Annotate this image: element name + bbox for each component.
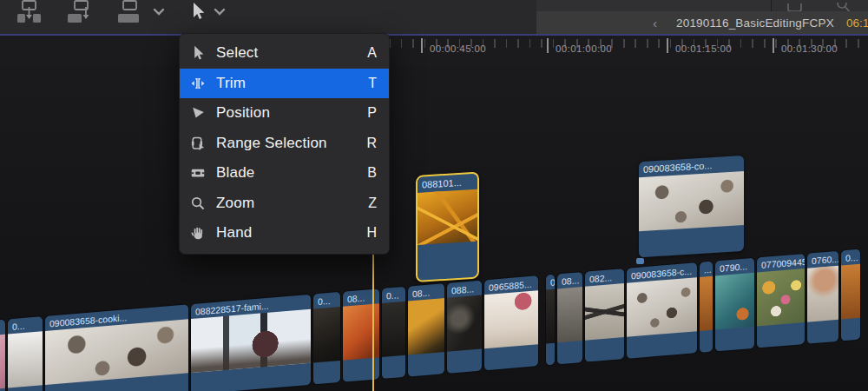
clip-audio-area (382, 355, 405, 379)
clip-audio-area (627, 331, 697, 359)
menu-item-label: Blade (216, 164, 367, 182)
clip-088[interactable]: 088... (447, 281, 482, 374)
clip-audio-area (585, 337, 624, 362)
clip-088228517-fami[interactable]: 088228517-fami... (191, 295, 311, 391)
clip-clip[interactable] (0, 320, 5, 391)
clip-name-label: 0... (841, 249, 860, 266)
clip-082[interactable]: 082... (585, 268, 624, 362)
clip-090083658-co[interactable]: 090083658-co... (639, 156, 744, 257)
clip-0[interactable]: 0... (313, 292, 340, 385)
clip-08[interactable]: 08... (408, 283, 444, 376)
insert-clip-icon[interactable] (64, 0, 99, 27)
menu-item-label: Hand (216, 224, 366, 242)
tool-arrow-icon[interactable] (187, 0, 207, 27)
clip-0[interactable]: 0... (382, 287, 405, 379)
edit-toolbar (0, 0, 536, 34)
clip-thumbnail (639, 171, 744, 231)
ruler-timecode-label: 00:01:15:00 (675, 43, 732, 54)
clip-audio-area (447, 349, 482, 374)
append-options-chevron-icon[interactable] (153, 0, 165, 27)
clip-audio-area (484, 344, 538, 370)
ruler-major-tick (667, 38, 668, 53)
append-clip-icon[interactable] (115, 0, 149, 27)
menu-item-hand[interactable]: HandH (180, 218, 389, 249)
clip-audio-area (557, 341, 582, 364)
select-cursor-icon (188, 44, 207, 62)
menu-item-label: Range Selection (216, 135, 366, 152)
clip-thumbnail (382, 302, 405, 357)
project-title: 20190116_BasicEditingFCPX (676, 17, 834, 30)
upper-toolbar-strip (536, 0, 868, 11)
clip-audio-area (546, 343, 555, 366)
clip-audio-area (639, 225, 744, 257)
fcpx-timeline-window: 0...090083658-cooki...088228517-fami...0… (0, 0, 868, 391)
project-back-chevron-icon[interactable]: ‹ (653, 16, 657, 30)
ruler-timecode-label: 00:01:00:00 (556, 43, 612, 54)
clip-0[interactable]: 0... (546, 275, 555, 366)
clip-audio-area (807, 320, 838, 344)
clip-08[interactable]: 08... (557, 272, 582, 364)
clip-0770094451[interactable]: 0770094451... (757, 254, 805, 348)
clip-audio-area (313, 361, 340, 385)
menu-item-label: Trim (216, 75, 368, 92)
clip-0760[interactable]: 0760... (807, 251, 838, 344)
menu-item-blade[interactable]: BladeB (180, 158, 389, 189)
clip-audio-area (841, 318, 860, 341)
tools-menu-chevron-icon[interactable] (214, 0, 226, 27)
clip-thumbnail (546, 289, 555, 344)
connected-clips-layer: 088101...090083658-co... (416, 155, 763, 288)
menu-item-shortcut: A (367, 45, 377, 61)
menu-item-range-selection[interactable]: Range SelectionR (180, 129, 389, 159)
clip-thumbnail (700, 276, 713, 331)
blade-icon (188, 164, 207, 182)
position-icon (188, 104, 207, 122)
menu-item-label: Position (216, 104, 367, 122)
menu-item-position[interactable]: PositionP (180, 98, 389, 129)
menu-item-shortcut: T (368, 76, 377, 91)
hand-icon (188, 224, 207, 242)
clip-thumbnail (418, 189, 477, 245)
clip-audio-area (408, 352, 444, 376)
menu-item-shortcut: Z (368, 196, 377, 211)
clip-thumbnail (8, 331, 43, 388)
clip-090083658-c[interactable]: 090083658-c... (627, 262, 697, 359)
clip-thumbnail (807, 266, 838, 322)
menu-item-shortcut: R (366, 136, 377, 151)
timeline-canvas[interactable]: 0...090083658-cooki...088228517-fami...0… (0, 65, 868, 391)
clip-clip[interactable]: ... (700, 262, 713, 353)
menu-item-label: Zoom (216, 195, 368, 212)
clip-088101[interactable]: 088101... (416, 172, 479, 282)
ruler-major-tick (421, 38, 423, 53)
clip-thumbnail (585, 283, 624, 341)
trim-icon (188, 75, 207, 92)
clip-thumbnail (408, 298, 444, 355)
clip-thumbnail (0, 335, 5, 389)
clip-090083658-cooki[interactable]: 090083658-cooki... (45, 304, 188, 391)
ruler-major-tick (773, 38, 774, 53)
clip-audio-area (715, 327, 754, 352)
clip-0[interactable]: 0... (8, 316, 43, 391)
clip-thumbnail (841, 264, 860, 320)
tools-menu: SelectATrimTPositionPRange SelectionRBla… (179, 33, 390, 255)
clip-thumbnail (557, 287, 582, 342)
menu-item-zoom[interactable]: ZoomZ (180, 189, 389, 219)
menu-item-select[interactable]: SelectA (180, 38, 389, 69)
clip-0790[interactable]: 0790... (715, 258, 754, 352)
toolbar-divider (771, 0, 772, 11)
menu-item-trim[interactable]: TrimT (180, 69, 389, 99)
clip-0965885[interactable]: 0965885... (484, 275, 538, 370)
clip-audio-area (700, 330, 713, 353)
clip-thumbnail (484, 290, 538, 348)
clip-0[interactable]: 0... (841, 249, 860, 341)
range-selection-icon (188, 135, 207, 152)
project-timecode: 06:12 / (846, 17, 868, 30)
playhead[interactable] (372, 251, 374, 391)
clip-thumbnail (757, 268, 805, 327)
ruler-timecode-label: 00:01:30:00 (781, 43, 838, 54)
ruler-timecode-label: 00:00:45:00 (430, 43, 486, 54)
ruler-major-tick (547, 38, 549, 53)
timecode-ruler[interactable]: 00:00:45:0000:01:00:0000:01:15:0000:01:3… (0, 36, 868, 65)
menu-item-shortcut: P (367, 105, 377, 121)
menu-item-shortcut: H (366, 225, 377, 241)
connect-clip-icon[interactable] (12, 0, 47, 27)
